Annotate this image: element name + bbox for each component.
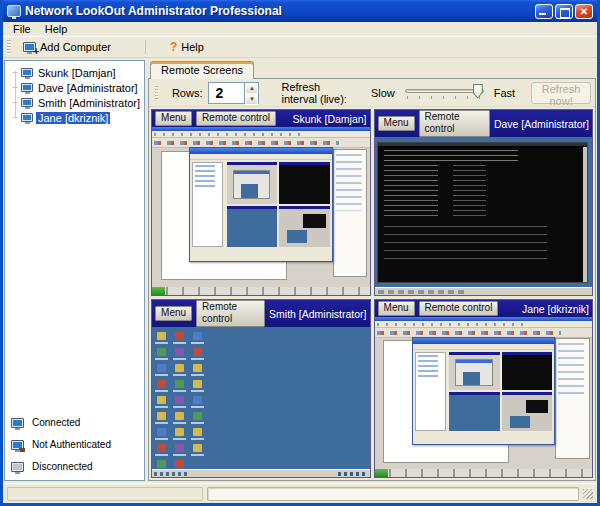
- rows-label: Rows:: [172, 87, 203, 99]
- window-title: Network LookOut Administrator Profession…: [25, 4, 282, 18]
- legend-connected: Connected: [11, 417, 140, 428]
- panel-header: Menu Remote control Dave [Administrator]: [375, 110, 592, 137]
- panel-computer-name: Skunk [Damjan]: [292, 113, 366, 125]
- remote-screens-page: Rows: 2 ▲ ▼ Refresh interval (live): Slo…: [148, 78, 596, 481]
- thumbnail-taskbar: [152, 287, 369, 295]
- add-computer-label: Add Computer: [40, 41, 111, 53]
- computer-icon: [21, 68, 33, 77]
- desktop-icons: [157, 332, 211, 476]
- panel-computer-name: Dave [Administrator]: [494, 118, 589, 130]
- remote-panel-jane: Menu Remote control Jane [dkriznik]: [374, 299, 593, 478]
- rows-up-button[interactable]: ▲: [245, 83, 258, 94]
- help-icon: ?: [170, 40, 177, 54]
- status-legend: Connected Not Authenticated Disconnected: [5, 413, 144, 480]
- legend-not-authenticated: Not Authenticated: [11, 439, 140, 450]
- thumbnail-terminal-window: [377, 142, 588, 283]
- maximize-button[interactable]: [555, 4, 573, 19]
- computer-icon: [21, 98, 33, 107]
- status-bar-cell-main: [207, 487, 579, 501]
- tree-item-jane[interactable]: Jane [dkriznik]: [9, 110, 142, 125]
- minimize-button[interactable]: [535, 4, 553, 19]
- app-icon: [7, 5, 21, 17]
- panel-remote-control-button[interactable]: Remote control: [196, 111, 276, 126]
- help-button[interactable]: ? Help: [164, 39, 210, 55]
- thumbnail-terminal: [375, 137, 592, 295]
- status-bar-cell-left: [7, 487, 203, 501]
- remote-screen-thumbnail-dave[interactable]: [375, 137, 592, 295]
- refresh-interval-slider[interactable]: [405, 84, 484, 102]
- help-label: Help: [181, 41, 204, 53]
- fast-label: Fast: [494, 87, 515, 99]
- tab-strip: Remote Screens: [148, 60, 596, 78]
- slow-label: Slow: [371, 87, 395, 99]
- rows-down-button[interactable]: ▼: [245, 94, 258, 105]
- remote-screen-thumbnail-skunk[interactable]: [152, 127, 369, 295]
- remote-panel-skunk: Menu Remote control Skunk [Damjan]: [151, 109, 370, 296]
- panel-computer-name: Smith [Administrator]: [269, 308, 366, 320]
- thumbnail-desktop: [152, 127, 369, 295]
- menu-file[interactable]: File: [7, 23, 37, 35]
- not-authenticated-icon: [11, 440, 24, 450]
- panel-remote-control-button[interactable]: Remote control: [419, 110, 490, 137]
- menu-bar: File Help: [3, 22, 597, 37]
- resize-grip[interactable]: [583, 489, 593, 499]
- refresh-now-button[interactable]: Refresh now!: [531, 82, 591, 104]
- computer-icon: [21, 83, 33, 92]
- disconnected-icon: [11, 462, 24, 472]
- refresh-interval-label: Refresh interval (live):: [281, 81, 356, 105]
- connected-icon: [11, 418, 24, 428]
- status-bar: [3, 483, 597, 503]
- remote-screens-grid: Menu Remote control Skunk [Damjan]: [149, 107, 595, 480]
- controls-bar: Rows: 2 ▲ ▼ Refresh interval (live): Slo…: [149, 79, 595, 107]
- menu-help[interactable]: Help: [39, 23, 74, 35]
- toolbar: Add Computer ? Help: [3, 37, 597, 58]
- add-computer-button[interactable]: Add Computer: [17, 40, 117, 54]
- controls-grip[interactable]: [155, 86, 158, 100]
- remote-panel-dave: Menu Remote control Dave [Administrator]: [374, 109, 593, 296]
- title-bar: Network LookOut Administrator Profession…: [3, 0, 597, 22]
- tree-item-label: Dave [Administrator]: [36, 82, 140, 94]
- thumbnail-app-window: [412, 337, 556, 445]
- thumbnail-app-window: [189, 147, 333, 262]
- panel-header: Menu Remote control Skunk [Damjan]: [152, 110, 369, 127]
- panel-header: Menu Remote control Jane [dkriznik]: [375, 300, 592, 317]
- panel-menu-button[interactable]: Menu: [378, 301, 415, 316]
- slider-track[interactable]: [405, 89, 484, 93]
- tree-item-label: Skunk [Damjan]: [36, 67, 118, 79]
- panel-remote-control-button[interactable]: Remote control: [419, 301, 499, 316]
- tab-remote-screens[interactable]: Remote Screens: [150, 61, 254, 79]
- close-button[interactable]: ✕: [575, 4, 593, 19]
- slider-ticks: [407, 96, 482, 99]
- computer-tree: Skunk [Damjan] Dave [Administrator] Smit…: [5, 61, 144, 127]
- tree-item-smith[interactable]: Smith [Administrator]: [9, 95, 142, 110]
- legend-label: Disconnected: [32, 461, 93, 472]
- thumbnail-taskbar: [152, 469, 369, 477]
- panel-menu-button[interactable]: Menu: [378, 116, 415, 131]
- app-window: Network LookOut Administrator Profession…: [0, 0, 600, 506]
- tree-item-skunk[interactable]: Skunk [Damjan]: [9, 65, 142, 80]
- thumbnail-taskbar: [375, 287, 592, 295]
- panel-menu-button[interactable]: Menu: [155, 306, 192, 321]
- computer-list-panel: Skunk [Damjan] Dave [Administrator] Smit…: [4, 60, 145, 481]
- remote-screen-thumbnail-smith[interactable]: [152, 327, 369, 477]
- legend-label: Connected: [32, 417, 80, 428]
- panel-menu-button[interactable]: Menu: [155, 111, 192, 126]
- thumbnail-taskbar: [375, 469, 592, 477]
- rows-value[interactable]: 2: [208, 82, 244, 104]
- legend-label: Not Authenticated: [32, 439, 111, 450]
- thumbnail-desktop: [375, 317, 592, 477]
- panel-computer-name: Jane [dkriznik]: [522, 303, 589, 315]
- rows-spinner[interactable]: 2 ▲ ▼: [208, 82, 259, 104]
- remote-panel-smith: Menu Remote control Smith [Administrator…: [151, 299, 370, 478]
- tree-item-label: Jane [dkriznik]: [36, 112, 110, 124]
- panel-remote-control-button[interactable]: Remote control: [196, 300, 265, 327]
- add-computer-icon: [23, 42, 36, 52]
- remote-screen-thumbnail-jane[interactable]: [375, 317, 592, 477]
- legend-disconnected: Disconnected: [11, 461, 140, 472]
- tree-item-dave[interactable]: Dave [Administrator]: [9, 80, 142, 95]
- thumbnail-icon-desktop: [152, 327, 369, 477]
- tree-item-label: Smith [Administrator]: [36, 97, 142, 109]
- computer-icon: [21, 113, 33, 122]
- panel-header: Menu Remote control Smith [Administrator…: [152, 300, 369, 327]
- toolbar-grip[interactable]: [7, 40, 11, 54]
